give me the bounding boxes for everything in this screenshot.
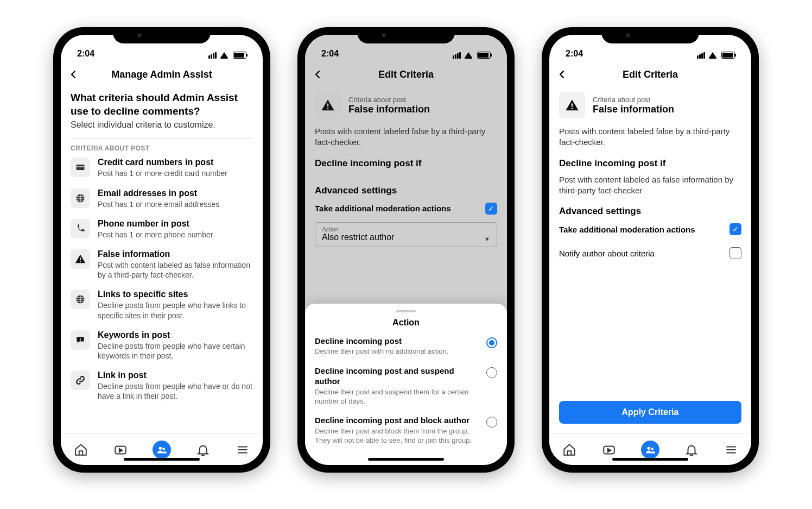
criteria-desc: Post has 1 or more phone number	[98, 230, 213, 240]
setting-label: Take additional moderation actions	[559, 225, 695, 234]
option-decline[interactable]: Decline incoming post Decline their post…	[315, 336, 497, 357]
svg-rect-3	[80, 257, 81, 260]
option-desc: Decline their post and suspend them for …	[315, 388, 480, 406]
decline-heading: Decline incoming post if	[315, 158, 497, 169]
back-button[interactable]	[313, 66, 322, 83]
tab-menu[interactable]	[234, 442, 251, 458]
tab-menu[interactable]	[723, 442, 739, 458]
battery-icon	[477, 52, 491, 59]
setting-notify-author[interactable]: Notify author about criteria	[559, 247, 741, 259]
criteria-phone[interactable]: Phone number in post Post has 1 or more …	[71, 219, 253, 240]
svg-rect-12	[327, 108, 328, 109]
rule-text: Post with content labeled as false infor…	[559, 174, 741, 197]
section-label: CRITERIA ABOUT POST	[71, 144, 253, 152]
wifi-icon	[220, 52, 229, 59]
criteria-false-info[interactable]: False information Post with content labe…	[71, 249, 253, 280]
tab-groups[interactable]	[641, 441, 659, 459]
page-title: Edit Criteria	[623, 69, 678, 80]
wifi-icon	[708, 52, 717, 59]
back-button[interactable]	[557, 66, 567, 83]
criteria-keywords[interactable]: Keywords in post Decline posts from peop…	[71, 330, 253, 361]
tab-notifications[interactable]	[195, 442, 211, 458]
option-decline-suspend[interactable]: Decline incoming post and suspend author…	[315, 366, 497, 406]
criteria-desc: Post has 1 or more credit card number	[98, 168, 227, 178]
checkbox-empty-icon[interactable]	[729, 247, 741, 259]
criteria-title: Link in post	[98, 370, 253, 380]
criteria-title: Phone number in post	[98, 219, 213, 229]
credit-card-icon	[71, 158, 90, 177]
option-desc: Decline their post with no additional ac…	[315, 347, 448, 356]
signal-icon	[453, 52, 461, 59]
setting-moderation-actions[interactable]: Take additional moderation actions ✓	[315, 203, 497, 215]
svg-rect-11	[327, 104, 328, 107]
signal-icon	[697, 52, 705, 59]
svg-rect-14	[572, 108, 573, 109]
tab-watch[interactable]	[112, 442, 129, 458]
criteria-title: Email addresses in post	[98, 188, 219, 198]
status-time: 2:04	[566, 49, 583, 59]
criteria-title: Keywords in post	[98, 330, 253, 340]
checkbox-checked-icon[interactable]: ✓	[729, 223, 741, 235]
warning-icon	[559, 92, 585, 118]
device-notch	[601, 27, 699, 43]
link-icon	[71, 370, 90, 390]
criteria-title: Links to specific sites	[98, 290, 253, 299]
criteria-links-sites[interactable]: Links to specific sites Decline posts fr…	[71, 290, 253, 320]
setting-label: Take additional moderation actions	[315, 204, 451, 213]
criteria-desc: Post with content labeled as false infor…	[98, 260, 253, 280]
device-notch	[113, 27, 211, 43]
screen: 2:04 Edit Criteria Criteria about po	[549, 35, 751, 465]
action-bottom-sheet: Action Decline incoming post Decline the…	[305, 304, 507, 465]
criteria-eyebrow: Criteria about post	[593, 96, 674, 104]
dropdown-label: Action	[322, 226, 394, 232]
sheet-grabber[interactable]	[396, 310, 416, 312]
screen: 2:04 Manage Admin Assist What criteria s…	[61, 35, 263, 465]
dropdown-value: Also restrict author	[322, 232, 394, 242]
page-title: Manage Admin Assist	[111, 69, 212, 80]
advanced-heading: Advanced settings	[315, 185, 497, 196]
checkbox-checked-icon[interactable]: ✓	[485, 203, 497, 215]
apply-criteria-button[interactable]: Apply Criteria	[559, 401, 741, 424]
criteria-title: False information	[98, 249, 253, 259]
criteria-link[interactable]: Link in post Decline posts from people w…	[71, 370, 253, 401]
tab-watch[interactable]	[601, 442, 617, 458]
criteria-name: False information	[348, 104, 430, 115]
option-title: Decline incoming post	[315, 336, 448, 347]
svg-point-9	[158, 447, 162, 450]
header: Edit Criteria	[549, 61, 751, 88]
tab-home[interactable]	[561, 442, 578, 458]
svg-rect-1	[77, 167, 85, 168]
criteria-description: Posts with content labeled false by a th…	[315, 126, 497, 148]
home-indicator	[368, 458, 444, 461]
action-dropdown[interactable]: Action Also restrict author ▼	[315, 222, 497, 247]
divider	[71, 139, 253, 139]
screen: 2:04 Edit Criteria Criteria about post F…	[305, 35, 507, 465]
option-decline-block[interactable]: Decline incoming post and block author D…	[315, 416, 497, 445]
radio-unselected-icon[interactable]	[486, 417, 497, 428]
svg-rect-4	[80, 261, 81, 262]
criteria-email[interactable]: Email addresses in post Post has 1 or mo…	[71, 188, 253, 209]
tab-groups[interactable]	[153, 441, 171, 459]
battery-icon	[721, 52, 735, 59]
home-indicator	[612, 458, 688, 461]
phone-edit-criteria-apply: 2:04 Edit Criteria Criteria about po	[542, 27, 759, 473]
back-button[interactable]	[68, 66, 78, 83]
svg-point-10	[162, 447, 165, 450]
radio-unselected-icon[interactable]	[486, 367, 497, 378]
setting-moderation-actions[interactable]: Take additional moderation actions ✓	[559, 223, 741, 235]
comment-icon	[71, 330, 90, 350]
status-time: 2:04	[77, 49, 94, 59]
headline: What criteria should Admin Assist use to…	[71, 91, 253, 118]
caret-down-icon: ▼	[484, 236, 490, 242]
criteria-eyebrow: Criteria about post	[348, 96, 430, 104]
tab-notifications[interactable]	[683, 442, 700, 458]
phone-manage-admin-assist: 2:04 Manage Admin Assist What criteria s…	[53, 27, 270, 473]
svg-point-16	[647, 447, 650, 450]
tab-home[interactable]	[73, 442, 89, 458]
svg-rect-7	[80, 340, 81, 341]
criteria-credit-card[interactable]: Credit card numbers in post Post has 1 o…	[71, 158, 253, 178]
phone-edit-criteria-sheet: 2:04 Edit Criteria Criteria about post F…	[297, 27, 515, 473]
criteria-name: False information	[593, 104, 674, 115]
radio-selected-icon[interactable]	[486, 337, 497, 348]
option-title: Decline incoming post and block author	[315, 416, 480, 426]
